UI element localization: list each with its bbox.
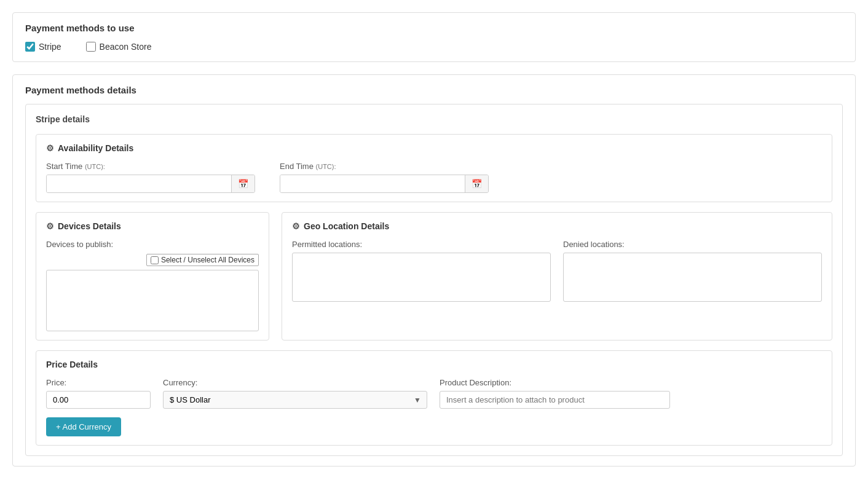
denied-locations-label: Denied locations: xyxy=(563,240,822,249)
start-time-input-wrapper: 📅 xyxy=(46,175,255,193)
payment-methods-details-section: Payment methods details Stripe details ⚙… xyxy=(12,74,856,466)
geo-section: ⚙ Geo Location Details Permitted locatio… xyxy=(282,212,832,340)
start-time-calendar-btn[interactable]: 📅 xyxy=(231,175,254,192)
add-currency-button[interactable]: + Add Currency xyxy=(46,417,121,436)
stripe-checkbox[interactable] xyxy=(25,42,35,52)
devices-title: ⚙ Devices Details xyxy=(46,221,259,231)
beacon-store-checkbox-label[interactable]: Beacon Store xyxy=(86,42,152,52)
price-details-section: Price Details Price: Currency: $ US Doll… xyxy=(36,350,832,446)
beacon-store-label: Beacon Store xyxy=(100,42,152,52)
end-time-input[interactable] xyxy=(280,175,465,192)
payment-methods-title: Payment methods to use xyxy=(25,23,843,33)
devices-gear-icon: ⚙ xyxy=(46,221,54,231)
availability-title: ⚙ Availability Details xyxy=(46,143,822,153)
availability-gear-icon: ⚙ xyxy=(46,143,54,153)
availability-section: ⚙ Availability Details Start Time (UTC):… xyxy=(36,134,832,202)
description-group: Product Description: xyxy=(440,378,670,409)
description-label: Product Description: xyxy=(440,378,670,387)
denied-locations-group: Denied locations: xyxy=(563,240,822,302)
start-time-label: Start Time (UTC): xyxy=(46,162,255,171)
permitted-locations-label: Permitted locations: xyxy=(292,240,551,249)
price-label: Price: xyxy=(46,378,151,387)
end-time-input-wrapper: 📅 xyxy=(280,175,489,193)
start-time-input[interactable] xyxy=(47,175,231,192)
payment-methods-section: Payment methods to use Stripe Beacon Sto… xyxy=(12,12,856,62)
price-details-title: Price Details xyxy=(46,360,822,369)
denied-locations-textarea[interactable] xyxy=(563,253,822,302)
currency-label: Currency: xyxy=(163,378,427,387)
start-time-group: Start Time (UTC): 📅 xyxy=(46,162,255,193)
price-group: Price: xyxy=(46,378,151,409)
select-unselect-label[interactable]: Select / Unselect All Devices xyxy=(146,254,259,266)
payment-methods-row: Stripe Beacon Store xyxy=(25,42,843,52)
stripe-label: Stripe xyxy=(39,42,61,52)
stripe-details-title: Stripe details xyxy=(36,114,832,124)
currency-select-wrapper: $ US Dollar € Euro £ British Pound ▼ xyxy=(163,391,427,409)
select-unselect-row: Select / Unselect All Devices xyxy=(46,254,259,266)
geo-title: ⚙ Geo Location Details xyxy=(292,221,822,231)
permitted-locations-group: Permitted locations: xyxy=(292,240,551,302)
details-row: ⚙ Devices Details Devices to publish: Se… xyxy=(36,212,832,340)
devices-to-publish-label: Devices to publish: xyxy=(46,240,259,249)
devices-listbox[interactable] xyxy=(46,270,259,331)
geo-gear-icon: ⚙ xyxy=(292,221,300,231)
stripe-details-box: Stripe details ⚙ Availability Details St… xyxy=(25,104,843,456)
end-time-group: End Time (UTC): 📅 xyxy=(280,162,489,193)
payment-methods-details-title: Payment methods details xyxy=(25,85,843,95)
description-input[interactable] xyxy=(440,391,670,409)
time-fields-row: Start Time (UTC): 📅 End Time (UTC): xyxy=(46,162,822,193)
devices-section: ⚙ Devices Details Devices to publish: Se… xyxy=(36,212,269,340)
price-input[interactable] xyxy=(46,391,151,409)
geo-locations-row: Permitted locations: Denied locations: xyxy=(292,240,822,302)
stripe-checkbox-label[interactable]: Stripe xyxy=(25,42,61,52)
currency-group: Currency: $ US Dollar € Euro £ British P… xyxy=(163,378,427,409)
permitted-locations-textarea[interactable] xyxy=(292,253,551,302)
currency-select[interactable]: $ US Dollar € Euro £ British Pound xyxy=(163,391,427,409)
beacon-store-checkbox[interactable] xyxy=(86,42,96,52)
select-unselect-checkbox[interactable] xyxy=(151,256,159,264)
end-time-calendar-btn[interactable]: 📅 xyxy=(465,175,488,192)
price-row: Price: Currency: $ US Dollar € Euro £ Br… xyxy=(46,378,822,409)
end-time-label: End Time (UTC): xyxy=(280,162,489,171)
